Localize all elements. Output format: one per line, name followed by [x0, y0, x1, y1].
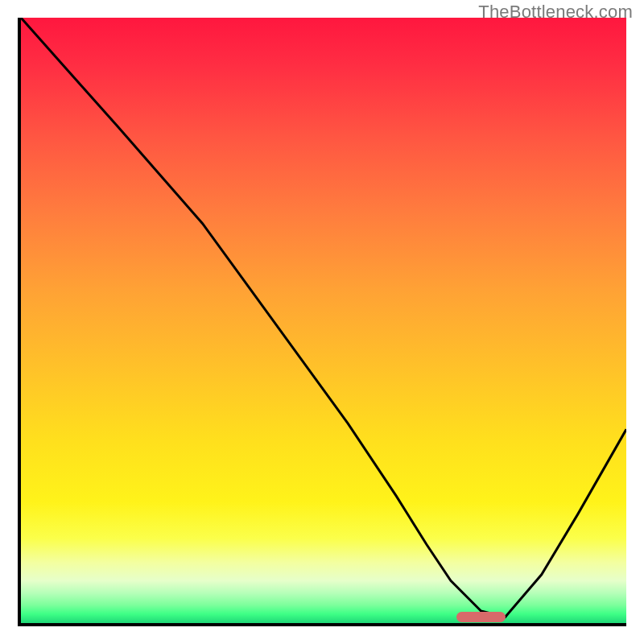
plot-area: [18, 18, 626, 626]
optimal-zone-marker: [456, 612, 505, 623]
bottleneck-curve: [21, 18, 626, 623]
curve-path: [21, 18, 626, 617]
chart-container: TheBottleneck.com: [0, 0, 644, 644]
